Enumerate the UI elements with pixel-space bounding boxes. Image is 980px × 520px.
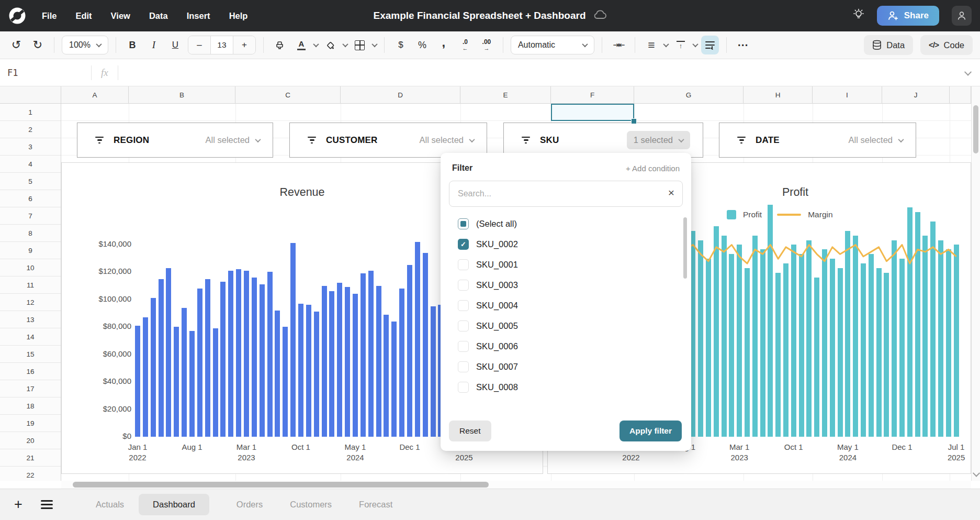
number-format-dropdown[interactable]: Automatic bbox=[511, 36, 594, 54]
filter-widget-sku[interactable]: SKU1 selected bbox=[503, 123, 703, 158]
increase-decimals-button[interactable]: .00→ bbox=[478, 36, 495, 54]
document-title[interactable]: Example Financial Spreadsheet + Dashboar… bbox=[373, 10, 585, 21]
column-header-a[interactable]: A bbox=[61, 86, 129, 103]
row-header-1[interactable]: 1 bbox=[0, 104, 61, 121]
column-header-j[interactable]: J bbox=[882, 86, 950, 103]
row-header-13[interactable]: 13 bbox=[0, 311, 61, 328]
row-header-3[interactable]: 3 bbox=[0, 138, 61, 156]
code-panel-button[interactable]: </> Code bbox=[920, 35, 973, 55]
zoom-dropdown[interactable]: 100% bbox=[62, 36, 108, 54]
row-header-21[interactable]: 21 bbox=[0, 449, 61, 467]
popup-scrollbar-thumb[interactable] bbox=[683, 217, 687, 279]
row-header-12[interactable]: 12 bbox=[0, 294, 61, 311]
row-header-4[interactable]: 4 bbox=[0, 156, 61, 173]
column-header-d[interactable]: D bbox=[341, 86, 460, 103]
vertical-align-button[interactable]: ↑ bbox=[672, 36, 690, 54]
filter-widget-value[interactable]: All selected bbox=[420, 135, 474, 145]
percent-format-button[interactable]: % bbox=[413, 36, 431, 54]
reset-button[interactable]: Reset bbox=[449, 421, 491, 441]
tips-lightbulb-icon[interactable] bbox=[853, 8, 864, 23]
filter-widget-region[interactable]: REGIONAll selected bbox=[77, 123, 273, 158]
add-sheet-button[interactable]: + bbox=[9, 496, 27, 513]
row-header-17[interactable]: 17 bbox=[0, 380, 61, 397]
grid-corner[interactable] bbox=[0, 86, 61, 104]
filter-widget-value[interactable]: All selected bbox=[849, 135, 903, 145]
cell-reference-box[interactable]: F1 bbox=[0, 68, 91, 78]
menu-item-edit[interactable]: Edit bbox=[75, 11, 92, 21]
merge-cells-icon[interactable]: ⇥⇤ bbox=[610, 36, 627, 54]
cells-area[interactable]: REGIONAll selectedCUSTOMERAll selectedSK… bbox=[61, 104, 971, 481]
row-header-6[interactable]: 6 bbox=[0, 190, 61, 207]
italic-button[interactable]: I bbox=[145, 36, 163, 54]
text-wrap-button[interactable] bbox=[701, 36, 719, 54]
row-header-5[interactable]: 5 bbox=[0, 173, 61, 190]
column-header-h[interactable]: H bbox=[744, 86, 813, 103]
share-button[interactable]: Share bbox=[877, 6, 939, 26]
filter-widget-date[interactable]: DATEAll selected bbox=[719, 123, 916, 158]
column-header-g[interactable]: G bbox=[634, 86, 744, 103]
row-header-11[interactable]: 11 bbox=[0, 276, 61, 294]
filter-option-sku_0003[interactable]: SKU_0003 bbox=[441, 275, 678, 295]
row-header-18[interactable]: 18 bbox=[0, 397, 61, 415]
checkbox-unchecked[interactable] bbox=[458, 341, 469, 352]
scroll-down-chevron[interactable] bbox=[973, 470, 980, 477]
borders-icon[interactable] bbox=[351, 36, 369, 54]
checkbox-checked[interactable]: ✓ bbox=[458, 239, 469, 250]
row-header-19[interactable]: 19 bbox=[0, 415, 61, 432]
popup-close-icon[interactable]: × bbox=[668, 186, 674, 199]
text-color-button[interactable]: A bbox=[292, 36, 310, 54]
formula-bar-collapse-chevron[interactable] bbox=[964, 68, 972, 75]
sheet-tab-customers[interactable]: Customers bbox=[290, 500, 332, 510]
column-header-c[interactable]: C bbox=[235, 86, 341, 103]
font-size-value[interactable]: 13 bbox=[210, 36, 233, 54]
menu-item-data[interactable]: Data bbox=[149, 11, 168, 21]
redo-button[interactable]: ↻ bbox=[29, 36, 47, 54]
column-header-i[interactable]: I bbox=[813, 86, 882, 103]
filter-widget-customer[interactable]: CUSTOMERAll selected bbox=[289, 123, 487, 158]
horizontal-align-button[interactable]: ≡ bbox=[643, 36, 660, 54]
apply-filter-button[interactable]: Apply filter bbox=[619, 421, 682, 441]
menu-item-file[interactable]: File bbox=[42, 11, 57, 21]
vertical-scrollbar-thumb[interactable] bbox=[973, 105, 978, 153]
selection-fill-handle[interactable] bbox=[631, 118, 637, 124]
checkbox-unchecked[interactable] bbox=[458, 382, 469, 393]
row-header-2[interactable]: 2 bbox=[0, 121, 61, 138]
filter-option-sku_0005[interactable]: SKU_0005 bbox=[441, 316, 678, 336]
column-header-f[interactable]: F bbox=[551, 86, 634, 103]
horizontal-scrollbar-thumb[interactable] bbox=[73, 482, 489, 488]
filter-option-sku_0007[interactable]: SKU_0007 bbox=[441, 357, 678, 377]
filter-option-sku_0001[interactable]: SKU_0001 bbox=[441, 255, 678, 275]
fill-color-icon[interactable] bbox=[322, 36, 340, 54]
decrease-decimals-button[interactable]: .0← bbox=[456, 36, 474, 54]
row-header-20[interactable]: 20 bbox=[0, 432, 61, 449]
checkbox-unchecked[interactable] bbox=[458, 259, 469, 270]
filter-option-sku_0002[interactable]: ✓SKU_0002 bbox=[441, 234, 678, 255]
app-logo-icon[interactable] bbox=[8, 7, 26, 25]
underline-button[interactable]: U bbox=[166, 36, 184, 54]
sheet-list-menu-icon[interactable] bbox=[41, 498, 53, 512]
comma-format-button[interactable]: , bbox=[435, 33, 453, 57]
filter-option-sku_0006[interactable]: SKU_0006 bbox=[441, 336, 678, 357]
column-header-b[interactable]: B bbox=[129, 86, 235, 103]
checkbox-partial[interactable] bbox=[458, 218, 469, 229]
row-header-7[interactable]: 7 bbox=[0, 207, 61, 225]
row-header-16[interactable]: 16 bbox=[0, 363, 61, 380]
filter-option-sku_0008[interactable]: SKU_0008 bbox=[441, 377, 678, 397]
account-avatar[interactable] bbox=[952, 6, 972, 26]
checkbox-unchecked[interactable] bbox=[458, 320, 469, 331]
sheet-tab-actuals[interactable]: Actuals bbox=[96, 500, 124, 510]
checkbox-unchecked[interactable] bbox=[458, 280, 469, 291]
horizontal-scrollbar[interactable] bbox=[61, 481, 971, 489]
column-header-e[interactable]: E bbox=[460, 86, 551, 103]
filter-option-selectall[interactable]: (Select all) bbox=[441, 214, 678, 234]
paint-format-icon[interactable] bbox=[271, 36, 289, 54]
borders-chevron[interactable] bbox=[371, 41, 377, 47]
undo-button[interactable]: ↺ bbox=[7, 36, 25, 54]
more-tools-button[interactable]: ⋯ bbox=[734, 36, 752, 54]
menu-item-view[interactable]: View bbox=[111, 11, 130, 21]
font-size-decrease[interactable]: – bbox=[188, 36, 210, 54]
currency-format-button[interactable]: $ bbox=[392, 36, 410, 54]
popup-search-input[interactable] bbox=[449, 181, 683, 207]
checkbox-unchecked[interactable] bbox=[458, 300, 469, 311]
text-color-chevron[interactable] bbox=[313, 41, 319, 47]
